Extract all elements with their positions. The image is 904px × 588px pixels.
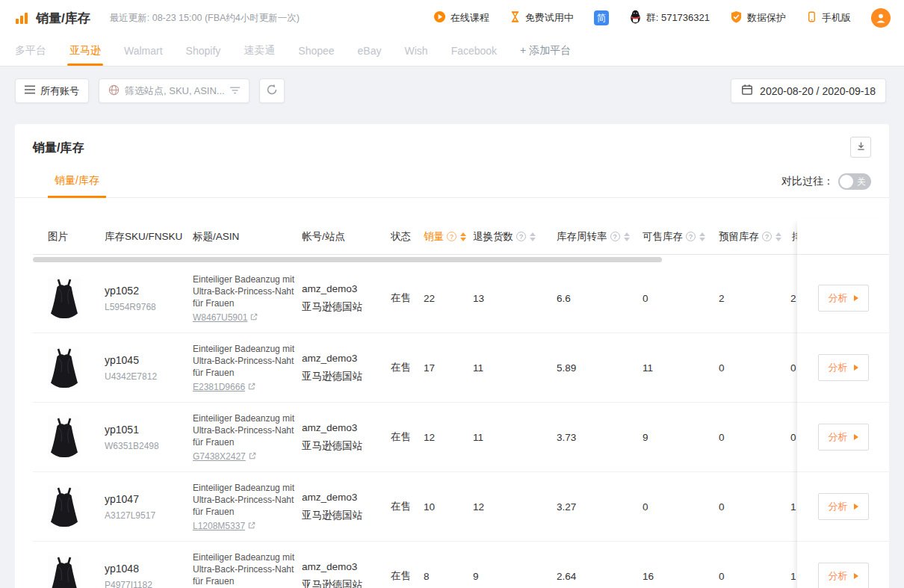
analyze-button[interactable]: 分析 xyxy=(818,354,869,381)
platform-tab-label: Wish xyxy=(405,45,428,57)
help-circle-icon[interactable]: ? xyxy=(686,232,696,241)
sort-carets-icon[interactable] xyxy=(699,232,705,241)
sort-carets-icon[interactable] xyxy=(624,232,630,241)
help-circle-icon[interactable]: ? xyxy=(762,232,772,241)
product-image-swimsuit[interactable] xyxy=(48,277,81,320)
column-header[interactable]: 销量 ? xyxy=(424,230,473,244)
sku-cell: yp1048 P4977I1182 xyxy=(105,563,193,588)
platform-tab[interactable]: Shopee xyxy=(298,36,334,66)
platform-tab[interactable]: eBay xyxy=(358,36,382,66)
external-link-icon xyxy=(248,381,256,393)
help-circle-icon[interactable]: ? xyxy=(447,232,456,241)
product-image-cell xyxy=(33,347,105,389)
analyze-button[interactable]: 分析 xyxy=(818,563,869,588)
analyze-button-label: 分析 xyxy=(829,361,848,374)
column-header[interactable]: 标题/ASIN xyxy=(193,230,302,244)
sort-desc-caret xyxy=(530,238,536,241)
column-header[interactable]: 图片 xyxy=(33,230,105,244)
column-header[interactable]: 库存周转率 ? xyxy=(557,230,643,244)
date-range-picker[interactable]: 2020-08-20 / 2020-09-18 xyxy=(731,78,886,103)
column-header[interactable]: 可售库存 ? xyxy=(643,230,719,244)
sort-carets-icon[interactable] xyxy=(775,232,781,241)
site-name: 亚马逊德国站 xyxy=(302,300,391,314)
help-circle-icon[interactable]: ? xyxy=(610,232,620,241)
platform-tab[interactable]: 多平台 xyxy=(15,36,46,66)
account-site-cell: amz_demo3 亚马逊德国站 xyxy=(302,422,391,453)
platform-tab[interactable]: Walmart xyxy=(124,36,163,66)
sort-asc-caret xyxy=(775,232,781,236)
asin-link[interactable]: G7438X2427 xyxy=(193,451,246,462)
asin-link[interactable]: W8467U5901 xyxy=(193,312,247,324)
table-row: yp1051 W6351B2498 Einteiliger Badeanzug … xyxy=(33,403,871,472)
online-course-link[interactable]: 在线课程 xyxy=(433,10,489,25)
compare-past-label: 对比过往： xyxy=(781,175,834,188)
external-link-icon xyxy=(249,451,256,462)
table-body: yp1052 L5954R9768 Einteiliger Badeanzug … xyxy=(33,264,871,588)
platform-tab[interactable]: Shopify xyxy=(186,36,221,66)
download-button[interactable] xyxy=(850,137,871,158)
column-header[interactable]: 帐号/站点 xyxy=(302,230,391,244)
column-header-label: 库存SKU/FNSKU xyxy=(105,230,182,244)
sort-desc-caret xyxy=(624,238,630,241)
product-image-swimsuit[interactable] xyxy=(48,347,81,389)
tab-sales-inventory[interactable]: 销量/库存 xyxy=(48,174,106,197)
sort-desc-caret xyxy=(775,238,781,241)
platform-tab-label: Shopify xyxy=(186,45,221,57)
avatar[interactable] xyxy=(871,8,891,28)
analyze-arrow-icon xyxy=(854,365,858,371)
site-sku-asin-filter[interactable]: 筛选站点, SKU, ASIN... xyxy=(99,78,250,103)
platform-tab[interactable]: 亚马逊 xyxy=(69,36,101,66)
mobile-version-link[interactable]: 手机版 xyxy=(806,10,851,25)
platform-tab[interactable]: + 添加平台 xyxy=(520,36,571,66)
filter-icon xyxy=(230,85,240,96)
status-cell: 在售 xyxy=(391,500,424,513)
asin-link[interactable]: L1208M5337 xyxy=(193,520,245,532)
horizontal-scrollbar-thumb[interactable] xyxy=(33,257,662,262)
data-protection-link[interactable]: 数据保护 xyxy=(730,10,786,25)
free-trial-link[interactable]: 免费试用中 xyxy=(510,10,574,25)
title-asin-cell: Einteiliger Badeanzug mit Ultra-Back-Pri… xyxy=(193,273,302,324)
sort-asc-caret xyxy=(624,232,630,236)
inventory-sku: yp1047 xyxy=(105,493,193,505)
language-badge[interactable]: 简 xyxy=(594,10,609,25)
sort-carets-icon[interactable] xyxy=(530,232,536,241)
analyze-button[interactable]: 分析 xyxy=(818,493,869,520)
analyze-button[interactable]: 分析 xyxy=(818,424,869,451)
tab-label: 销量/库存 xyxy=(55,174,99,186)
column-header[interactable]: 库存SKU/FNSKU xyxy=(105,230,193,244)
sort-carets-icon[interactable] xyxy=(460,232,466,241)
sellable-stock-cell: 11 xyxy=(643,362,719,374)
asin-line: G7438X2427 xyxy=(193,451,296,462)
help-circle-icon[interactable]: ? xyxy=(516,232,526,241)
qq-group-link[interactable]: 群: 571736321 xyxy=(629,10,710,26)
analyze-button-label: 分析 xyxy=(829,500,848,513)
column-header[interactable]: 预留库存 ? xyxy=(719,230,784,244)
calendar-icon xyxy=(741,84,753,98)
asin-link[interactable]: E2381D9666 xyxy=(193,381,245,393)
column-header-label: 可售库存 xyxy=(643,230,683,244)
platform-tab[interactable]: 速卖通 xyxy=(244,36,275,66)
site-name: 亚马逊德国站 xyxy=(302,578,391,588)
sellable-stock-cell: 9 xyxy=(643,432,719,443)
column-header[interactable]: 状态 xyxy=(391,230,424,244)
site-filter-placeholder: 筛选站点, SKU, ASIN... xyxy=(125,84,225,98)
bar-chart-icon xyxy=(15,11,28,25)
product-image-swimsuit[interactable] xyxy=(48,486,81,528)
last-update-text: 最近更新: 08-23 15:00 (FBA约4小时更新一次) xyxy=(110,12,300,25)
title-asin-cell: Einteiliger Badeanzug mit Ultra-Back-Pri… xyxy=(193,551,302,588)
platform-tab[interactable]: Wish xyxy=(405,36,428,66)
external-link-icon xyxy=(250,312,258,324)
hourglass-icon xyxy=(510,10,521,25)
column-header[interactable]: 退换货数 ? xyxy=(473,230,557,244)
product-image-swimsuit[interactable] xyxy=(48,416,81,459)
sales-inventory-table: 图片 库存SKU/FNSKU 标题/ASIN 帐号/站点 状态 销量 ? 退换货… xyxy=(33,219,871,588)
column-header-label: 销量 xyxy=(424,230,444,244)
refresh-button[interactable] xyxy=(259,78,285,103)
product-image-swimsuit[interactable] xyxy=(48,555,81,588)
sellable-stock-cell: 0 xyxy=(643,501,719,513)
analyze-button[interactable]: 分析 xyxy=(818,285,869,312)
shield-check-icon xyxy=(730,10,743,25)
compare-past-toggle[interactable]: 关 xyxy=(838,173,871,190)
accounts-filter-button[interactable]: 所有账号 xyxy=(15,78,89,103)
platform-tab[interactable]: Facebook xyxy=(451,36,497,66)
